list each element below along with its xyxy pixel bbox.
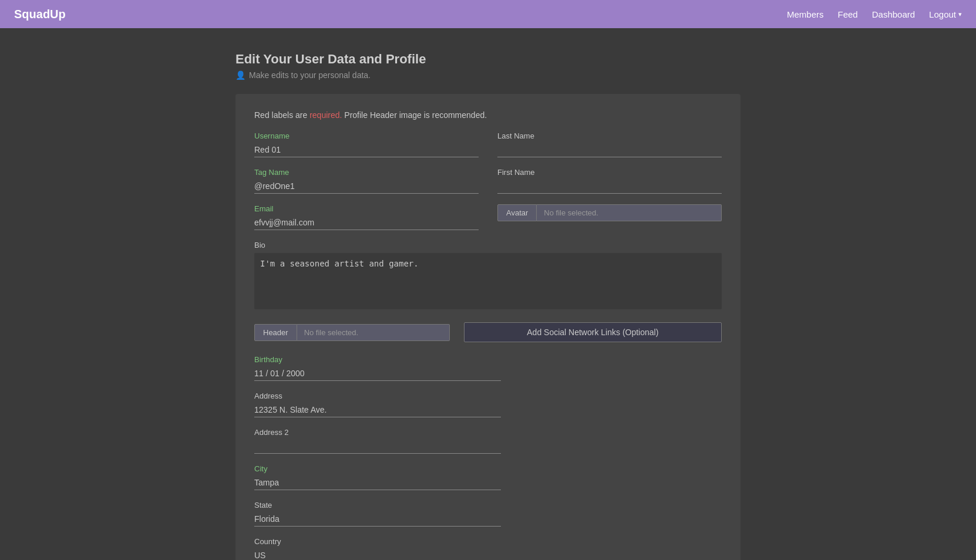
birthday-input[interactable] <box>254 366 501 381</box>
main-form-row: Username Tag Name Email Last Name <box>254 131 722 241</box>
chevron-down-icon: ▾ <box>958 11 962 18</box>
avatar-filename: No file selected. <box>537 204 722 221</box>
lastname-label: Last Name <box>497 131 722 140</box>
address2-label: Address 2 <box>254 428 722 437</box>
page-title: Edit Your User Data and Profile <box>235 52 741 67</box>
nav-members[interactable]: Members <box>787 9 824 19</box>
address-label: Address <box>254 392 722 400</box>
lastname-group: Last Name <box>497 131 722 157</box>
email-label: Email <box>254 204 479 213</box>
tagname-input[interactable] <box>254 179 479 194</box>
state-label: State <box>254 501 722 510</box>
tagname-group: Tag Name <box>254 168 479 194</box>
email-input[interactable] <box>254 215 479 230</box>
notice-prefix: Red labels are <box>254 110 309 120</box>
bio-section: Bio I'm a seasoned artist and gamer. <box>254 241 722 312</box>
address2-input[interactable] <box>254 439 501 454</box>
nav-dashboard[interactable]: Dashboard <box>872 9 915 19</box>
notice-required: required. <box>309 110 342 120</box>
nav-feed[interactable]: Feed <box>838 9 858 19</box>
left-column: Username Tag Name Email <box>254 131 479 241</box>
bio-label: Bio <box>254 241 722 249</box>
state-input[interactable] <box>254 512 501 527</box>
email-group: Email <box>254 204 479 230</box>
form-card: Red labels are required. Profile Header … <box>235 94 741 560</box>
brand-logo: SquadUp <box>14 8 66 21</box>
firstname-input[interactable] <box>497 179 722 194</box>
country-label: Country <box>254 537 722 546</box>
username-group: Username <box>254 131 479 157</box>
page-content: Edit Your User Data and Profile 👤 Make e… <box>224 28 752 560</box>
navbar: SquadUp Members Feed Dashboard Logout ▾ <box>0 0 976 28</box>
country-group: Country <box>254 537 722 560</box>
city-label: City <box>254 464 722 473</box>
button-row: Header No file selected. Add Social Netw… <box>254 322 722 342</box>
username-label: Username <box>254 131 479 140</box>
social-links-button[interactable]: Add Social Network Links (Optional) <box>464 322 722 342</box>
country-input[interactable] <box>254 548 501 560</box>
city-group: City <box>254 464 722 490</box>
lastname-input[interactable] <box>497 143 722 157</box>
address-input[interactable] <box>254 403 501 417</box>
birthday-group: Birthday <box>254 355 722 381</box>
header-button[interactable]: Header <box>254 324 297 341</box>
avatar-button[interactable]: Avatar <box>497 204 537 221</box>
avatar-group: Avatar No file selected. <box>497 204 722 221</box>
address2-group: Address 2 <box>254 428 722 454</box>
firstname-label: First Name <box>497 168 722 177</box>
nav-links: Members Feed Dashboard Logout ▾ <box>787 9 962 19</box>
birthday-label: Birthday <box>254 355 722 364</box>
address-group: Address <box>254 392 722 417</box>
logout-button[interactable]: Logout ▾ <box>929 9 962 19</box>
username-input[interactable] <box>254 143 479 157</box>
state-group: State <box>254 501 722 527</box>
person-icon: 👤 <box>235 70 245 80</box>
tagname-label: Tag Name <box>254 168 479 177</box>
header-filename: No file selected. <box>297 324 450 341</box>
notice-suffix: Profile Header image is recommended. <box>342 110 487 120</box>
form-notice: Red labels are required. Profile Header … <box>254 110 722 120</box>
firstname-group: First Name <box>497 168 722 194</box>
header-file-wrap: Header No file selected. <box>254 324 450 341</box>
city-input[interactable] <box>254 475 501 490</box>
logout-label: Logout <box>929 9 956 19</box>
page-subtitle: 👤 Make edits to your personal data. <box>235 70 741 80</box>
subtitle-text: Make edits to your personal data. <box>249 70 371 80</box>
bio-textarea[interactable]: I'm a seasoned artist and gamer. <box>254 253 722 309</box>
right-column: Last Name First Name Avatar No file sele… <box>497 131 722 241</box>
